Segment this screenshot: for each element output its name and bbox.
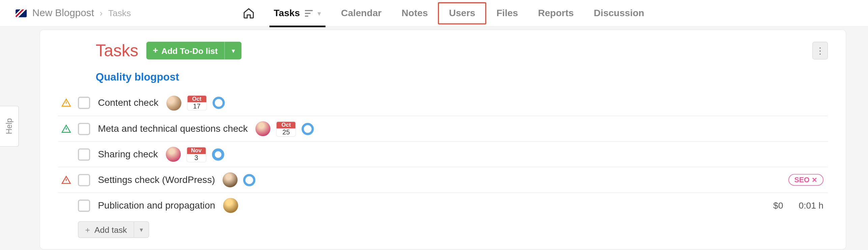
warning-icon bbox=[61, 98, 71, 108]
task-row[interactable]: Settings check (WordPress)SEO✕ bbox=[58, 167, 828, 192]
nav-label: Reports bbox=[538, 8, 574, 19]
task-time: 0:01 h bbox=[799, 200, 823, 211]
nav-files[interactable]: Files bbox=[486, 0, 528, 27]
sort-icon bbox=[304, 9, 313, 17]
kebab-icon: ⋮ bbox=[816, 45, 824, 56]
breadcrumb-current: Tasks bbox=[108, 8, 131, 18]
flag-icon bbox=[16, 9, 27, 17]
nav-discussion[interactable]: Discussion bbox=[584, 0, 654, 27]
task-price: $0 bbox=[773, 200, 783, 211]
row-right: $00:01 h bbox=[773, 200, 828, 211]
add-todo-list-button[interactable]: +Add To-Do list ▼ bbox=[146, 42, 241, 60]
task-row[interactable]: Content checkOct17 bbox=[58, 90, 828, 116]
list-title[interactable]: Quality blogpost bbox=[58, 71, 828, 83]
task-checkbox[interactable] bbox=[78, 148, 90, 160]
page-title: Tasks bbox=[96, 41, 139, 60]
nav-label: Tasks bbox=[274, 8, 300, 19]
topbar: New Blogpost › Tasks Tasks ▾ Calendar No… bbox=[0, 0, 868, 27]
caret-down-icon[interactable]: ▼ bbox=[134, 222, 149, 237]
task-row[interactable]: Meta and technical questions checkOct25 bbox=[58, 116, 828, 141]
add-task-button[interactable]: +Add task ▼ bbox=[78, 221, 149, 238]
task-name[interactable]: Settings check (WordPress) bbox=[98, 174, 215, 185]
nav-label: Calendar bbox=[341, 8, 381, 19]
row-right: SEO✕ bbox=[788, 174, 828, 186]
nav-reports[interactable]: Reports bbox=[528, 0, 584, 27]
due-date[interactable]: Oct17 bbox=[187, 95, 207, 111]
task-checkbox[interactable] bbox=[78, 123, 90, 135]
help-tab[interactable]: Help bbox=[0, 106, 19, 147]
nav-label: Discussion bbox=[594, 8, 644, 19]
assignee-avatar[interactable] bbox=[223, 173, 238, 188]
assignee-avatar[interactable] bbox=[256, 121, 271, 136]
task-name[interactable]: Meta and technical questions check bbox=[98, 123, 248, 134]
warning-icon bbox=[61, 175, 71, 185]
task-list: Content checkOct17Meta and technical que… bbox=[58, 90, 828, 218]
nav-label: Notes bbox=[402, 8, 428, 19]
task-name[interactable]: Content check bbox=[98, 97, 158, 108]
nav-tasks[interactable]: Tasks ▾ bbox=[264, 0, 331, 27]
nav-notes[interactable]: Notes bbox=[392, 0, 438, 27]
home-icon bbox=[242, 7, 255, 19]
nav-label: Files bbox=[496, 8, 518, 19]
help-label: Help bbox=[5, 118, 13, 134]
plus-icon: + bbox=[153, 45, 158, 56]
nav-users[interactable]: Users bbox=[438, 2, 486, 25]
task-checkbox[interactable] bbox=[78, 97, 90, 109]
status-ring-icon[interactable] bbox=[212, 148, 224, 160]
add-todo-label: Add To-Do list bbox=[162, 46, 218, 55]
status-ring-icon[interactable] bbox=[302, 123, 314, 135]
chevron-down-icon: ▾ bbox=[318, 10, 321, 17]
tag-seo[interactable]: SEO✕ bbox=[788, 174, 823, 186]
close-icon[interactable]: ✕ bbox=[812, 176, 817, 184]
home-button[interactable] bbox=[234, 7, 264, 19]
plus-icon: + bbox=[85, 225, 90, 234]
breadcrumb-project[interactable]: New Blogpost bbox=[32, 7, 94, 19]
task-checkbox[interactable] bbox=[78, 174, 90, 186]
assignee-avatar[interactable] bbox=[166, 147, 181, 162]
task-name[interactable]: Sharing check bbox=[98, 149, 158, 160]
nav-calendar[interactable]: Calendar bbox=[331, 0, 392, 27]
task-checkbox[interactable] bbox=[78, 199, 90, 212]
main-card: Tasks +Add To-Do list ▼ ⋮ Quality blogpo… bbox=[40, 30, 846, 249]
task-row[interactable]: Publication and propagation$00:01 h bbox=[58, 192, 828, 218]
warning-icon bbox=[61, 124, 71, 134]
caret-down-icon[interactable]: ▼ bbox=[225, 48, 241, 54]
main-nav: Tasks ▾ Calendar Notes Users Files Repor… bbox=[234, 0, 654, 27]
due-date[interactable]: Oct25 bbox=[276, 121, 296, 136]
add-task-label: Add task bbox=[94, 225, 127, 234]
breadcrumb: New Blogpost › Tasks bbox=[16, 7, 131, 19]
status-ring-icon[interactable] bbox=[243, 174, 256, 186]
nav-label: Users bbox=[449, 8, 475, 19]
status-ring-icon[interactable] bbox=[212, 97, 225, 109]
more-options-button[interactable]: ⋮ bbox=[812, 42, 828, 60]
assignee-avatar[interactable] bbox=[166, 95, 181, 111]
task-name[interactable]: Publication and propagation bbox=[98, 200, 215, 211]
due-date[interactable]: Nov3 bbox=[186, 147, 206, 162]
task-row[interactable]: Sharing checkNov3 bbox=[58, 141, 828, 167]
chevron-right-icon: › bbox=[99, 8, 103, 18]
assignee-avatar[interactable] bbox=[223, 198, 238, 213]
